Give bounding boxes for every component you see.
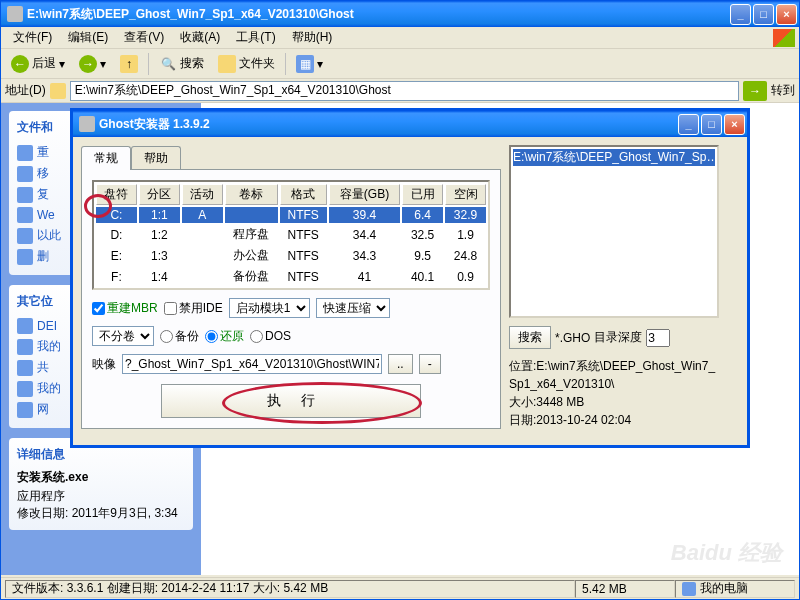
split-select[interactable]: 不分卷 bbox=[92, 326, 154, 346]
menu-file[interactable]: 文件(F) bbox=[5, 27, 60, 48]
addressbar: 地址(D) → 转到 bbox=[1, 79, 799, 103]
dropdown-icon: ▾ bbox=[317, 57, 323, 71]
address-label: 地址(D) bbox=[5, 82, 46, 99]
ghost-dialog: Ghost安装器 1.3.9.2 _ □ × 常规 帮助 盘符 分区 活动 卷标… bbox=[70, 108, 750, 448]
tab-normal[interactable]: 常规 bbox=[81, 146, 131, 170]
tab-panel-normal: 盘符 分区 活动 卷标 格式 容量(GB) 已用 空闲 C:1:1ANTFS39… bbox=[81, 169, 501, 429]
folder-icon bbox=[17, 360, 33, 376]
close-button[interactable]: × bbox=[776, 4, 797, 25]
image-listbox[interactable]: E:\win7系统\DEEP_Ghost_Win7_Sp… bbox=[509, 145, 719, 318]
go-button[interactable]: → bbox=[743, 81, 767, 101]
details-panel: 详细信息 安装系统.exe 应用程序 修改日期: 2011年9月3日, 3:34 bbox=[9, 438, 193, 530]
back-label: 后退 bbox=[32, 55, 56, 72]
folder-icon bbox=[7, 6, 23, 22]
disable-ide-checkbox[interactable]: 禁用IDE bbox=[164, 300, 223, 317]
views-icon: ▦ bbox=[296, 55, 314, 73]
back-icon: ← bbox=[11, 55, 29, 73]
col-free[interactable]: 空闲 bbox=[445, 184, 486, 205]
windows-logo-icon bbox=[773, 29, 795, 47]
search-button[interactable]: 🔍 搜索 bbox=[153, 52, 210, 76]
details-filetype: 应用程序 bbox=[17, 488, 185, 505]
forward-icon: → bbox=[79, 55, 97, 73]
details-modified: 修改日期: 2011年9月3日, 3:34 bbox=[17, 505, 185, 522]
right-column: E:\win7系统\DEEP_Ghost_Win7_Sp… 搜索 *.GHO 目… bbox=[509, 145, 719, 429]
separator bbox=[285, 53, 286, 75]
views-button[interactable]: ▦ ▾ bbox=[290, 52, 329, 76]
explorer-title: E:\win7系统\DEEP_Ghost_Win7_Sp1_x64_V20131… bbox=[27, 6, 730, 23]
folder-icon bbox=[50, 83, 66, 99]
task-icon bbox=[17, 207, 33, 223]
task-icon bbox=[17, 145, 33, 161]
restore-radio[interactable]: 还原 bbox=[205, 328, 244, 345]
back-button[interactable]: ← 后退 ▾ bbox=[5, 52, 71, 76]
table-row[interactable]: C:1:1ANTFS39.46.432.9 bbox=[96, 207, 486, 223]
backup-radio[interactable]: 备份 bbox=[160, 328, 199, 345]
folders-label: 文件夹 bbox=[239, 55, 275, 72]
maximize-button[interactable]: □ bbox=[753, 4, 774, 25]
image-info: 位置:E:\win7系统\DEEP_Ghost_Win7_Sp1_x64_V20… bbox=[509, 357, 719, 429]
menu-edit[interactable]: 编辑(E) bbox=[60, 27, 116, 48]
status-location: 我的电脑 bbox=[675, 580, 795, 598]
table-row[interactable]: D:1:2程序盘NTFS34.432.51.9 bbox=[96, 225, 486, 244]
up-button[interactable]: ↑ bbox=[114, 52, 144, 76]
toolbar: ← 后退 ▾ → ▾ ↑ 🔍 搜索 文件夹 ▦ ▾ bbox=[1, 49, 799, 79]
task-icon bbox=[17, 166, 33, 182]
statusbar: 文件版本: 3.3.6.1 创建日期: 2014-2-24 11:17 大小: … bbox=[1, 577, 799, 599]
details-title: 详细信息 bbox=[17, 446, 185, 463]
forward-button[interactable]: → ▾ bbox=[73, 52, 112, 76]
menu-help[interactable]: 帮助(H) bbox=[284, 27, 341, 48]
dos-radio[interactable]: DOS bbox=[250, 329, 291, 343]
col-drive[interactable]: 盘符 bbox=[96, 184, 137, 205]
goto-label: 转到 bbox=[771, 82, 795, 99]
address-input[interactable] bbox=[70, 81, 739, 101]
remove-button[interactable]: - bbox=[419, 354, 441, 374]
col-used[interactable]: 已用 bbox=[402, 184, 443, 205]
menu-favorites[interactable]: 收藏(A) bbox=[172, 27, 228, 48]
boot-module-select[interactable]: 启动模块1 bbox=[229, 298, 310, 318]
execute-button[interactable]: 执行 bbox=[161, 384, 421, 418]
depth-input[interactable] bbox=[646, 329, 670, 347]
col-part[interactable]: 分区 bbox=[139, 184, 180, 205]
folder-icon bbox=[17, 339, 33, 355]
details-filename: 安装系统.exe bbox=[17, 469, 185, 486]
close-button[interactable]: × bbox=[724, 114, 745, 135]
rebuild-mbr-checkbox[interactable]: 重建MBR bbox=[92, 300, 158, 317]
compress-select[interactable]: 快速压缩 bbox=[316, 298, 390, 318]
col-format[interactable]: 格式 bbox=[280, 184, 327, 205]
col-capacity[interactable]: 容量(GB) bbox=[329, 184, 400, 205]
status-text: 文件版本: 3.3.6.1 创建日期: 2014-2-24 11:17 大小: … bbox=[5, 580, 575, 598]
menu-view[interactable]: 查看(V) bbox=[116, 27, 172, 48]
col-active[interactable]: 活动 bbox=[182, 184, 223, 205]
table-row[interactable]: F:1:4备份盘NTFS4140.10.9 bbox=[96, 267, 486, 286]
tabs: 常规 帮助 盘符 分区 活动 卷标 格式 容量(GB) 已用 空闲 C:1:1A… bbox=[81, 145, 501, 429]
ext-label: *.GHO bbox=[555, 331, 590, 345]
folder-icon bbox=[17, 381, 33, 397]
ghost-title: Ghost安装器 1.3.9.2 bbox=[99, 116, 678, 133]
dropdown-icon: ▾ bbox=[59, 57, 65, 71]
list-item[interactable]: E:\win7系统\DEEP_Ghost_Win7_Sp… bbox=[513, 149, 715, 166]
computer-icon bbox=[682, 582, 696, 596]
ghost-titlebar[interactable]: Ghost安装器 1.3.9.2 _ □ × bbox=[73, 111, 747, 137]
explorer-titlebar[interactable]: E:\win7系统\DEEP_Ghost_Win7_Sp1_x64_V20131… bbox=[1, 1, 799, 27]
search-icon: 🔍 bbox=[159, 55, 177, 73]
image-label: 映像 bbox=[92, 356, 116, 373]
task-icon bbox=[17, 187, 33, 203]
col-label[interactable]: 卷标 bbox=[225, 184, 278, 205]
image-path-input[interactable] bbox=[122, 354, 382, 374]
search-button[interactable]: 搜索 bbox=[509, 326, 551, 349]
task-icon bbox=[17, 249, 33, 265]
tab-help[interactable]: 帮助 bbox=[131, 146, 181, 170]
browse-button[interactable]: .. bbox=[388, 354, 413, 374]
menu-tools[interactable]: 工具(T) bbox=[228, 27, 283, 48]
table-row[interactable]: E:1:3办公盘NTFS34.39.524.8 bbox=[96, 246, 486, 265]
dropdown-icon: ▾ bbox=[100, 57, 106, 71]
depth-label: 目录深度 bbox=[594, 329, 642, 346]
minimize-button[interactable]: _ bbox=[678, 114, 699, 135]
folders-icon bbox=[218, 55, 236, 73]
search-label: 搜索 bbox=[180, 55, 204, 72]
maximize-button[interactable]: □ bbox=[701, 114, 722, 135]
minimize-button[interactable]: _ bbox=[730, 4, 751, 25]
network-icon bbox=[17, 402, 33, 418]
folders-button[interactable]: 文件夹 bbox=[212, 52, 281, 76]
partition-table[interactable]: 盘符 分区 活动 卷标 格式 容量(GB) 已用 空闲 C:1:1ANTFS39… bbox=[92, 180, 490, 290]
